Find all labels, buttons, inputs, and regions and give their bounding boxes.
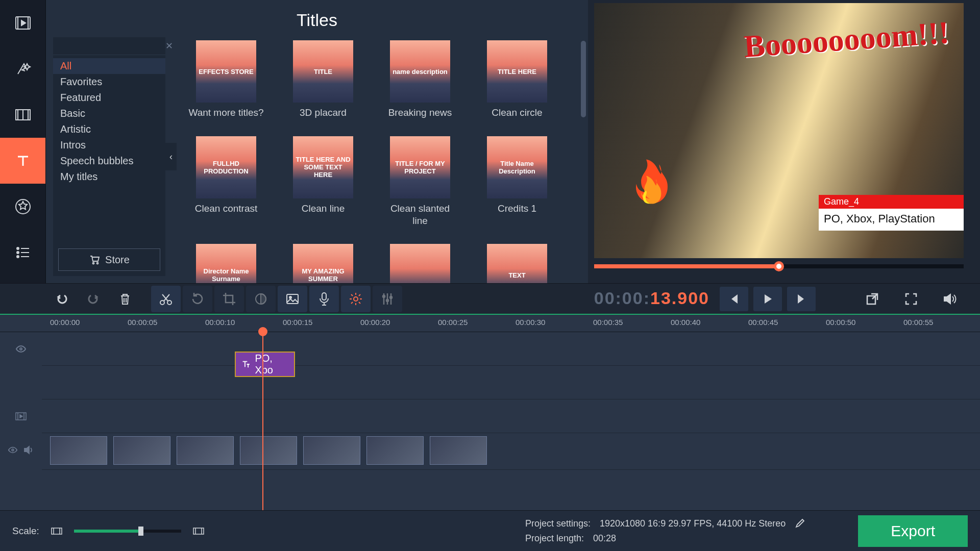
undo-button[interactable]	[47, 286, 77, 312]
video-track[interactable]	[0, 433, 980, 470]
zoom-out-icon[interactable]	[51, 526, 63, 536]
next-frame-button[interactable]	[787, 287, 816, 311]
ruler-tick: 00:00:10	[205, 318, 235, 327]
playhead[interactable]	[262, 332, 263, 510]
clip-properties-button[interactable]	[341, 286, 371, 312]
delete-button[interactable]	[110, 286, 140, 312]
title-tile[interactable]: TITLE HERE AND SOME TEXT HEREClean line	[285, 136, 361, 227]
rail-media-button[interactable]	[0, 0, 45, 46]
video-clip[interactable]	[113, 436, 170, 465]
category-item[interactable]: Intros	[53, 137, 165, 153]
eye-icon[interactable]	[15, 343, 27, 355]
rotate-button[interactable]	[183, 286, 212, 312]
rail-titles-button[interactable]	[0, 138, 45, 184]
svg-rect-3	[23, 110, 30, 120]
title-tile[interactable]: TEXT	[479, 244, 555, 283]
overlay-button[interactable]	[278, 286, 307, 312]
left-tool-rail	[0, 0, 46, 283]
category-item[interactable]: All	[53, 58, 165, 74]
voiceover-button[interactable]	[309, 286, 339, 312]
tile-thumbnail: Title Name Description	[487, 136, 547, 198]
ruler-tick: 00:00:20	[360, 318, 390, 327]
category-item[interactable]: Artistic	[53, 121, 165, 137]
video-clip[interactable]	[303, 436, 360, 465]
category-item[interactable]: Speech bubbles	[53, 153, 165, 169]
svg-rect-26	[52, 528, 62, 534]
tile-thumbnail: EFFECTS STORE	[196, 40, 256, 103]
svg-marker-1	[21, 20, 26, 26]
video-clip[interactable]	[366, 436, 424, 465]
video-clip[interactable]	[50, 436, 107, 465]
collapse-sidebar-icon[interactable]: ‹	[165, 143, 177, 170]
scale-label: Scale:	[12, 525, 39, 537]
rail-filters-button[interactable]	[0, 46, 45, 92]
category-item[interactable]: Featured	[53, 90, 165, 106]
play-button[interactable]	[753, 287, 782, 311]
zoom-slider[interactable]	[74, 530, 181, 533]
svg-point-15	[289, 296, 291, 298]
rail-more-button[interactable]	[0, 230, 45, 276]
svg-point-7	[17, 256, 19, 258]
category-item[interactable]: Favorites	[53, 74, 165, 90]
svg-point-19	[386, 299, 388, 302]
prev-frame-button[interactable]	[720, 287, 748, 311]
video-clip[interactable]	[430, 436, 487, 465]
lower-third: Game_4 PO, Xbox, PlayStation	[819, 195, 964, 231]
timeline: 00:00:0000:00:0500:00:1000:00:1500:00:20…	[0, 315, 980, 510]
title-tile[interactable]: TITLE HEREClean circle	[479, 40, 555, 119]
redo-button[interactable]	[79, 286, 108, 312]
search-input[interactable]	[57, 41, 165, 51]
title-tile[interactable]: FULLHD PRODUCTIONClean contrast	[188, 136, 264, 227]
svg-point-10	[97, 263, 99, 264]
speaker-icon[interactable]	[23, 444, 34, 456]
rail-stickers-button[interactable]	[0, 184, 45, 230]
color-adjust-button[interactable]	[246, 286, 276, 312]
tile-thumbnail: TITLE HERE AND SOME TEXT HERE	[293, 136, 353, 198]
panel-heading: Titles	[46, 0, 588, 37]
zoom-in-icon[interactable]	[192, 526, 205, 536]
timecode-display: 00:00:13.900	[584, 288, 720, 309]
title-tile[interactable]: Title Name DescriptionCredits 1	[479, 136, 555, 227]
split-button[interactable]	[151, 286, 181, 312]
svg-marker-24	[20, 415, 22, 418]
overlay-track[interactable]	[0, 366, 980, 399]
crop-button[interactable]	[214, 286, 244, 312]
eye-icon[interactable]	[8, 445, 18, 455]
preview-pane: Boooooooom!!! Game_4 PO, Xbox, PlayStati…	[588, 0, 980, 283]
title-tile[interactable]: name descriptionBreaking news	[382, 40, 458, 119]
project-settings-label: Project settings:	[525, 518, 591, 529]
timeline-ruler[interactable]: 00:00:0000:00:0500:00:1000:00:1500:00:20…	[0, 315, 980, 332]
title-track[interactable]	[0, 332, 980, 366]
rail-transitions-button[interactable]	[0, 92, 45, 138]
volume-button[interactable]	[935, 286, 965, 312]
title-tile[interactable]: MY AMAZING SUMMER	[285, 244, 361, 283]
preview-scrubber[interactable]	[594, 258, 964, 274]
title-tile[interactable]: TITLE3D placard	[285, 40, 361, 119]
equalizer-button[interactable]	[373, 286, 402, 312]
svg-point-6	[17, 252, 19, 254]
title-clip[interactable]: PO, Xbo	[235, 352, 295, 377]
track-gutter	[0, 332, 42, 510]
ruler-tick: 00:00:45	[748, 318, 778, 327]
video-clip[interactable]	[177, 436, 234, 465]
title-tile[interactable]: TITLE / FOR MY PROJECTClean slanted line	[382, 136, 458, 227]
svg-point-11	[160, 300, 164, 305]
export-button[interactable]: Export	[858, 515, 968, 547]
tile-label: Want more titles?	[188, 107, 263, 119]
titles-panel: Titles ✕ AllFavoritesFeaturedBasicArtist…	[46, 0, 588, 283]
video-clip[interactable]	[240, 436, 297, 465]
detach-preview-button[interactable]	[857, 286, 887, 312]
spacer-track[interactable]	[0, 399, 980, 433]
store-button[interactable]: Store	[58, 248, 160, 271]
panel-scrollbar[interactable]	[581, 41, 586, 255]
fire-icon	[622, 154, 671, 220]
title-tile[interactable]: EFFECTS STOREWant more titles?	[188, 40, 264, 119]
toolbar: 00:00:13.900	[0, 283, 980, 315]
fullscreen-button[interactable]	[896, 286, 926, 312]
title-tile[interactable]	[382, 244, 458, 283]
category-item[interactable]: My titles	[53, 169, 165, 185]
title-tile[interactable]: Director Name Surname	[188, 244, 264, 283]
category-item[interactable]: Basic	[53, 106, 165, 121]
preview-viewport: Boooooooom!!! Game_4 PO, Xbox, PlayStati…	[594, 3, 964, 258]
edit-settings-icon[interactable]	[795, 518, 805, 529]
